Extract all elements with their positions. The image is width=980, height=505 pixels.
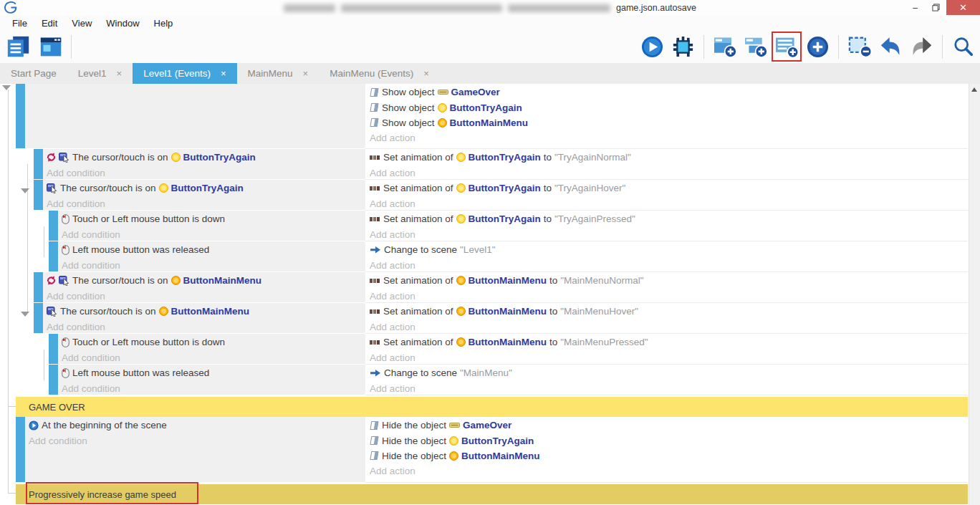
add-condition-link[interactable]: Add condition xyxy=(62,350,365,364)
add-condition-link[interactable]: Add condition xyxy=(62,380,365,395)
add-action-link[interactable]: Add action xyxy=(370,350,968,365)
condition-line[interactable]: At the beginning of the scene xyxy=(29,418,365,433)
conditions-column[interactable]: The cursor/touch is on ButtonTryAgainAdd… xyxy=(43,149,365,179)
tab-start-page[interactable]: Start Page xyxy=(0,63,67,84)
tab-level1-events-[interactable]: Level1 (Events)× xyxy=(133,63,236,84)
add-condition-link[interactable]: Add condition xyxy=(62,257,365,271)
tab-close-icon[interactable]: × xyxy=(423,68,429,79)
scrollbar[interactable] xyxy=(969,84,980,505)
action-line[interactable]: Hide the object ButtonTryAgain xyxy=(370,433,968,448)
collapse-arrow-icon[interactable] xyxy=(2,85,11,90)
event-row[interactable]: Touch or Left mouse button is downAdd co… xyxy=(0,334,969,365)
actions-column[interactable]: Set animation of ButtonMainMenu to "Main… xyxy=(365,334,968,365)
actions-column[interactable]: Change to scene "Level1"Add action xyxy=(365,241,968,272)
actions-column[interactable]: Set animation of ButtonTryAgain to "TryA… xyxy=(365,149,968,180)
conditions-column[interactable]: Left mouse button was releasedAdd condit… xyxy=(58,365,365,395)
event-row[interactable]: The cursor/touch is on ButtonTryAgainAdd… xyxy=(0,149,969,180)
condition-line[interactable]: The cursor/touch is on ButtonMainMenu xyxy=(47,304,365,319)
menu-edit[interactable]: Edit xyxy=(34,16,64,32)
condition-line[interactable]: Left mouse button was released xyxy=(62,365,365,380)
restore-button[interactable] xyxy=(926,0,946,15)
preview-play-icon[interactable] xyxy=(640,34,664,59)
condition-line[interactable]: Touch or Left mouse button is down xyxy=(62,211,365,226)
actions-column[interactable]: Set animation of ButtonTryAgain to "TryA… xyxy=(365,180,968,211)
action-line[interactable]: Show object GameOver xyxy=(370,85,968,100)
actions-column[interactable]: Change to scene "MainMenu"Add action xyxy=(365,365,968,395)
minimize-button[interactable]: – xyxy=(905,0,926,15)
action-line[interactable]: Hide the object GameOver xyxy=(370,418,968,433)
events-sheet[interactable]: Show object GameOverShow object ButtonTr… xyxy=(0,84,969,505)
action-line[interactable]: Set animation of ButtonTryAgain to "TryA… xyxy=(370,211,968,226)
add-action-link[interactable]: Add action xyxy=(370,130,968,145)
event-row[interactable]: Left mouse button was releasedAdd condit… xyxy=(0,365,969,395)
conditions-column[interactable]: The cursor/touch is on ButtonMainMenuAdd… xyxy=(43,272,365,302)
actions-column[interactable]: Show object GameOverShow object ButtonTr… xyxy=(365,84,968,149)
tab-close-icon[interactable]: × xyxy=(221,68,226,79)
tab-close-icon[interactable]: × xyxy=(303,68,309,79)
menu-file[interactable]: File xyxy=(5,16,34,32)
close-button[interactable]: ✕ xyxy=(946,0,980,15)
action-line[interactable]: Set animation of ButtonMainMenu to "Main… xyxy=(370,304,968,319)
collapse-arrow-icon[interactable] xyxy=(21,312,29,317)
menu-view[interactable]: View xyxy=(64,16,99,32)
add-comment-icon[interactable] xyxy=(774,34,799,59)
tab-mainmenu-events-[interactable]: MainMenu (Events)× xyxy=(319,63,440,84)
conditions-column[interactable]: Left mouse button was releasedAdd condit… xyxy=(58,241,365,271)
add-condition-link[interactable]: Add condition xyxy=(47,196,365,210)
add-action-link[interactable]: Add action xyxy=(370,463,968,478)
undo-icon[interactable] xyxy=(878,34,903,59)
start-page-icon[interactable] xyxy=(39,34,63,59)
redo-icon[interactable] xyxy=(909,34,933,59)
scroll-up-icon[interactable] xyxy=(971,87,977,92)
action-line[interactable]: Change to scene "Level1" xyxy=(370,242,968,257)
menu-window[interactable]: Window xyxy=(99,16,146,32)
action-line[interactable]: Change to scene "MainMenu" xyxy=(370,365,968,380)
comment-event[interactable]: GAME OVER xyxy=(0,397,969,417)
add-action-link[interactable]: Add action xyxy=(370,380,968,395)
action-line[interactable]: Set animation of ButtonTryAgain to "TryA… xyxy=(370,181,968,196)
condition-line[interactable]: The cursor/touch is on ButtonTryAgain xyxy=(47,181,365,196)
tab-close-icon[interactable]: × xyxy=(117,68,123,79)
add-action-link[interactable]: Add action xyxy=(370,196,968,211)
add-condition-link[interactable]: Add condition xyxy=(47,288,365,302)
event-row[interactable]: Left mouse button was releasedAdd condit… xyxy=(0,241,969,272)
action-line[interactable]: Show object ButtonTryAgain xyxy=(370,100,968,115)
project-manager-icon[interactable] xyxy=(6,34,30,59)
conditions-column[interactable]: At the beginning of the sceneAdd conditi… xyxy=(25,417,365,482)
event-row[interactable]: Touch or Left mouse button is downAdd co… xyxy=(0,211,969,241)
add-action-link[interactable]: Add action xyxy=(370,226,968,241)
add-condition-link[interactable]: Add condition xyxy=(47,319,365,333)
add-event-icon[interactable] xyxy=(713,34,737,59)
add-action-link[interactable]: Add action xyxy=(370,288,968,303)
conditions-column[interactable]: Touch or Left mouse button is downAdd co… xyxy=(58,211,365,241)
action-line[interactable]: Show object ButtonMainMenu xyxy=(370,115,968,130)
event-row[interactable]: At the beginning of the sceneAdd conditi… xyxy=(0,417,969,483)
conditions-column[interactable]: The cursor/touch is on ButtonTryAgainAdd… xyxy=(43,180,365,210)
actions-column[interactable]: Set animation of ButtonMainMenu to "Main… xyxy=(365,303,968,334)
action-line[interactable]: Hide the object ButtonMainMenu xyxy=(370,448,968,463)
search-icon[interactable] xyxy=(951,34,976,59)
event-row[interactable]: Show object GameOverShow object ButtonTr… xyxy=(0,84,969,149)
menu-help[interactable]: Help xyxy=(147,16,181,32)
conditions-column[interactable]: Touch or Left mouse button is downAdd co… xyxy=(58,334,365,364)
add-action-link[interactable]: Add action xyxy=(370,257,968,272)
actions-column[interactable]: Set animation of ButtonTryAgain to "TryA… xyxy=(365,211,968,241)
debug-icon[interactable] xyxy=(671,34,695,59)
comment-bar[interactable]: GAME OVER xyxy=(16,397,968,417)
tab-level1[interactable]: Level1× xyxy=(67,63,133,84)
tab-mainmenu[interactable]: MainMenu× xyxy=(237,63,320,84)
add-action-link[interactable]: Add action xyxy=(370,165,968,180)
action-line[interactable]: Set animation of ButtonMainMenu to "Main… xyxy=(370,335,968,350)
actions-column[interactable]: Set animation of ButtonMainMenu to "Main… xyxy=(365,272,968,303)
actions-column[interactable]: Hide the object GameOverHide the object … xyxy=(365,417,968,483)
add-circle-icon[interactable] xyxy=(805,34,830,59)
event-row[interactable]: The cursor/touch is on ButtonMainMenuAdd… xyxy=(0,303,969,334)
condition-line[interactable]: The cursor/touch is on ButtonTryAgain xyxy=(47,150,365,165)
conditions-column[interactable] xyxy=(25,84,365,148)
event-row[interactable]: The cursor/touch is on ButtonMainMenuAdd… xyxy=(0,272,969,303)
add-subevent-icon[interactable] xyxy=(744,34,768,59)
add-condition-link[interactable]: Add condition xyxy=(29,433,365,448)
condition-line[interactable]: Touch or Left mouse button is down xyxy=(62,335,365,350)
condition-line[interactable]: Left mouse button was released xyxy=(62,242,365,257)
condition-line[interactable]: The cursor/touch is on ButtonMainMenu xyxy=(47,273,365,288)
